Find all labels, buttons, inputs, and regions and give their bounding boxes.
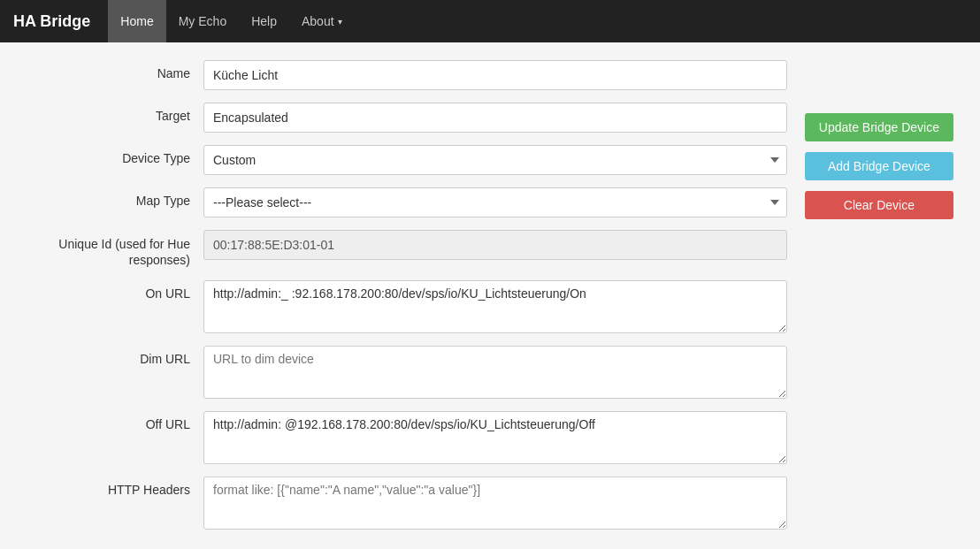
device-type-label: Device Type [27, 145, 203, 165]
device-type-select[interactable]: Custom Philips Hue Custom (No Header) [203, 145, 787, 175]
add-bridge-device-button[interactable]: Add Bridge Device [805, 152, 953, 180]
name-input[interactable] [203, 60, 787, 90]
update-bridge-device-button[interactable]: Update Bridge Device [805, 113, 953, 141]
map-type-group: Map Type ---Please select--- Get Post Pu… [27, 187, 787, 217]
clear-device-button[interactable]: Clear Device [805, 191, 953, 219]
on-url-input[interactable]: http://admin:_ :92.168.178.200:80/dev/sp… [203, 280, 787, 333]
dim-url-group: Dim URL [27, 346, 787, 399]
nav-item-home[interactable]: Home [108, 0, 165, 42]
target-label: Target [27, 103, 203, 123]
off-url-label: Off URL [27, 411, 203, 431]
map-type-label: Map Type [27, 187, 203, 208]
unique-id-input [203, 230, 787, 260]
unique-id-label: Unique Id (used for Hue responses) [27, 230, 203, 268]
nav-item-about[interactable]: About ▾ [289, 0, 355, 42]
http-headers-label: HTTP Headers [27, 477, 203, 497]
name-group: Name [27, 60, 787, 90]
about-label: About [302, 14, 334, 28]
target-input[interactable] [203, 103, 787, 133]
form-row: Name Target Device Type Custom Philips H… [27, 60, 953, 542]
name-label: Name [27, 60, 203, 80]
on-url-group: On URL http://admin:_ :92.168.178.200:80… [27, 280, 787, 333]
main-content: Name Target Device Type Custom Philips H… [0, 42, 980, 549]
target-group: Target [27, 103, 787, 133]
nav-item-help[interactable]: Help [239, 0, 289, 42]
off-url-group: Off URL http://admin: @192.168.178.200:8… [27, 411, 787, 464]
map-type-select[interactable]: ---Please select--- Get Post Put [203, 187, 787, 217]
http-headers-input[interactable] [203, 477, 787, 530]
dim-url-label: Dim URL [27, 346, 203, 366]
navbar: HA Bridge Home My Echo Help About ▾ [0, 0, 980, 42]
buttons-column: Update Bridge Device Add Bridge Device C… [805, 60, 953, 219]
about-caret-icon: ▾ [338, 17, 342, 27]
http-headers-group: HTTP Headers [27, 477, 787, 530]
off-url-input[interactable]: http://admin: @192.168.178.200:80/dev/sp… [203, 411, 787, 464]
dim-url-input[interactable] [203, 346, 787, 399]
on-url-label: On URL [27, 280, 203, 301]
form-fields: Name Target Device Type Custom Philips H… [27, 60, 787, 542]
navbar-brand[interactable]: HA Bridge [13, 12, 90, 31]
unique-id-group: Unique Id (used for Hue responses) [27, 230, 787, 268]
device-type-group: Device Type Custom Philips Hue Custom (N… [27, 145, 787, 175]
nav-item-my-echo[interactable]: My Echo [166, 0, 239, 42]
